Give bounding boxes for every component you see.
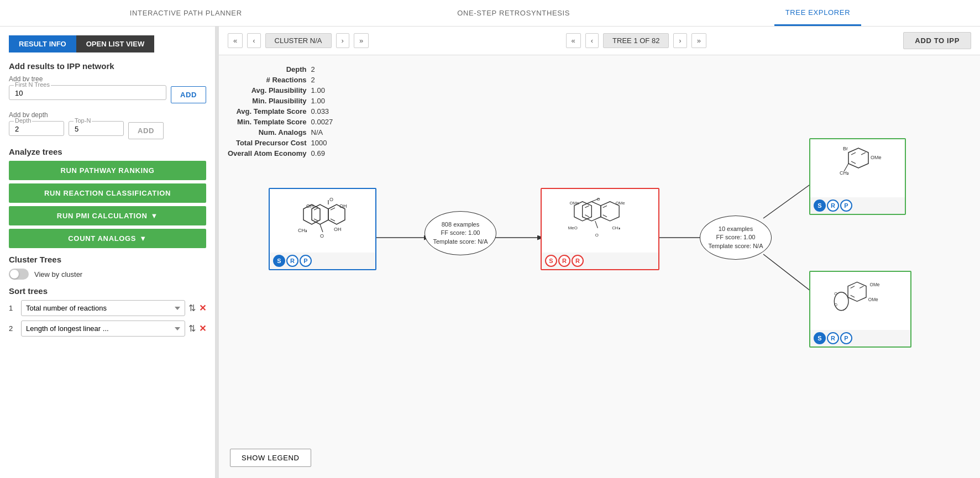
sort-remove-2[interactable]: ✕ [199,323,206,334]
depth-input[interactable] [15,125,58,133]
svg-text:O: O [834,291,837,296]
add-by-depth-button[interactable]: ADD [128,122,164,139]
svg-text:OH: OH [334,227,342,232]
svg-text:OMe: OMe [868,297,878,302]
tree-label: TREE 1 OF 82 [603,33,669,48]
info-key-atom-economy: Overall Atom Economy [228,148,311,159]
svg-marker-44 [848,282,866,301]
view-by-cluster-label: View by cluster [34,270,82,279]
tree-info-table: Depth 2 # Reactions 2 Avg. Plausibility … [228,64,337,159]
svg-line-38 [851,161,856,164]
badge-s-3[interactable]: S [814,199,826,212]
sort-select-1[interactable]: Total number of reactions [21,300,185,316]
sort-select-2[interactable]: Length of longest linear ... [21,321,185,337]
tab-open-list-view[interactable]: OPEN LIST VIEW [76,35,154,52]
cluster-last-button[interactable]: » [354,33,369,48]
add-to-ipp-button[interactable]: ADD TO IPP [903,32,971,49]
cluster-prev-button[interactable]: ‹ [247,33,260,48]
molecule-4[interactable]: OMe O O OMe [809,271,911,348]
badge-p-1[interactable]: P [300,255,312,267]
molecule-2[interactable]: OMe O OMe MeO CH₃ O [541,188,659,270]
mol-2-structure: OMe O OMe MeO CH₃ O [564,189,637,253]
svg-line-32 [585,215,589,217]
svg-line-3 [763,182,813,218]
nav-one-step-retrosynthesis[interactable]: ONE-STEP RETROSYNTHESIS [446,1,581,25]
topn-wrap: Top-N [69,121,124,136]
info-key-avg-template: Avg. Template Score [228,106,311,117]
svg-text:O: O [834,302,837,307]
reaction-1-text: 808 examples FF score: 1.00 Template sco… [433,220,488,246]
mol-1-badges: S R P [270,253,375,269]
sort-title: Sort trees [9,286,206,296]
cluster-first-button[interactable]: « [228,33,243,48]
info-row-avg-plaus: Avg. Plausibility 1.00 [228,85,337,96]
add-by-tree-row: First N Trees ADD [9,85,206,104]
cluster-label: CLUSTER N/A [265,33,332,48]
badge-r-2[interactable]: R [558,255,570,267]
sort-row-2: 2 Length of longest linear ... ⇅ ✕ [9,321,206,337]
tree-prev-button[interactable]: ‹ [585,33,599,48]
mol-2-svg: OMe O OMe MeO CH₃ O [567,192,633,248]
topn-label: Top-N [74,117,92,124]
badge-p-4[interactable]: P [840,332,852,344]
first-n-trees-wrap: First N Trees [9,85,166,100]
svg-text:O: O [329,197,333,202]
badge-s-1[interactable]: S [273,255,285,267]
sort-num-2: 2 [9,324,18,333]
info-row-reactions: # Reactions 2 [228,75,337,85]
cluster-next-button[interactable]: › [336,33,349,48]
badge-r2-2[interactable]: R [572,255,584,267]
badge-r-1[interactable]: R [286,255,298,267]
tree-next-button[interactable]: › [673,33,686,48]
nav-tree-explorer[interactable]: TREE EXPLORER [774,1,862,26]
tree-last-button[interactable]: » [691,33,706,48]
info-val-avg-plaus: 1.00 [311,85,338,96]
first-n-trees-label: First N Trees [14,81,51,88]
sort-remove-1[interactable]: ✕ [199,303,206,313]
mol-3-structure: Br OMe CH₃ [824,139,892,197]
add-results-title: Add results to IPP network [9,61,206,71]
first-n-trees-input[interactable] [15,89,160,97]
pmi-label: RUN PMI CALCULATION [57,212,148,220]
run-pmi-calculation-button[interactable]: RUN PMI CALCULATION ▼ [9,206,206,225]
main-layout: RESULT INFO OPEN LIST VIEW Add results t… [0,27,980,478]
svg-marker-9 [328,204,345,224]
badge-s-4[interactable]: S [814,332,826,344]
info-key-avg-plaus: Avg. Plausibility [228,85,311,96]
badge-s-2[interactable]: S [545,255,557,267]
depth-wrap: Depth [9,121,64,136]
svg-text:MeO: MeO [568,225,577,230]
show-legend-button[interactable]: SHOW LEGEND [230,449,311,467]
sort-direction-icon-1[interactable]: ⇅ [188,303,196,313]
svg-line-37 [851,153,856,155]
depth-label: Depth [14,117,32,124]
cluster-title: Cluster Trees [9,255,206,264]
svg-marker-36 [848,148,868,168]
tree-first-button[interactable]: « [566,33,581,48]
sort-direction-icon-2[interactable]: ⇅ [188,323,196,334]
analyze-title: Analyze trees [9,147,206,156]
info-row-depth: Depth 2 [228,64,337,75]
reaction-2[interactable]: 10 examples FF score: 1.00 Template scor… [700,216,772,260]
info-val-min-plaus: 1.00 [311,96,338,106]
tab-result-info[interactable]: RESULT INFO [9,35,76,52]
count-analogs-button[interactable]: COUNT ANALOGS ▼ [9,229,206,248]
badge-p-3[interactable]: P [840,199,852,212]
reaction-1[interactable]: 808 examples FF score: 1.00 Template sco… [425,211,496,255]
molecule-3[interactable]: Br OMe CH₃ S [809,138,906,215]
nav-interactive-path-planner[interactable]: INTERACTIVE PATH PLANNER [119,1,253,25]
mol-2-badges: S R R [542,253,658,269]
run-reaction-classification-button[interactable]: RUN REACTION CLASSIFICATION [9,183,206,203]
topn-input[interactable] [75,125,118,133]
molecule-1[interactable]: OH O OH OH [269,188,376,270]
add-by-tree-button[interactable]: ADD [171,86,206,103]
pmi-label-row: RUN PMI CALCULATION ▼ [14,212,201,220]
badge-r-4[interactable]: R [827,332,839,344]
svg-text:CH₃: CH₃ [298,228,307,233]
run-pathway-ranking-button[interactable]: RUN PATHWAY RANKING [9,161,206,180]
svg-line-14 [331,219,335,221]
info-val-min-template: 0.0027 [311,117,338,127]
badge-r-3[interactable]: R [827,199,839,212]
cluster-toggle[interactable] [9,269,29,280]
svg-line-34 [602,215,606,217]
